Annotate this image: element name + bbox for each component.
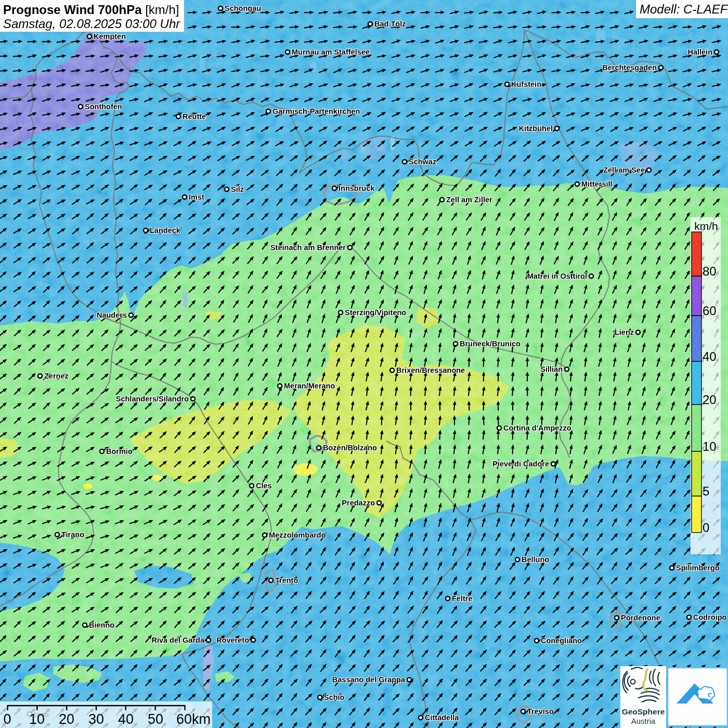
svg-text:Brixen/Bressanone: Brixen/Bressanone: [396, 366, 465, 374]
svg-text:Riva del Garda: Riva del Garda: [151, 636, 204, 644]
svg-text:Mezzolombardo: Mezzolombardo: [269, 531, 326, 539]
svg-text:Cittadella: Cittadella: [425, 713, 459, 722]
svg-text:5: 5: [703, 484, 709, 498]
svg-text:20: 20: [59, 711, 74, 727]
svg-text:Imst: Imst: [189, 193, 204, 201]
svg-text:Treviso: Treviso: [527, 707, 554, 716]
svg-text:Schio: Schio: [324, 693, 345, 701]
svg-text:Bruneck/Brunico: Bruneck/Brunico: [460, 340, 521, 348]
svg-text:Kitzbühel: Kitzbühel: [519, 124, 553, 133]
svg-text:Kufstein: Kufstein: [511, 80, 541, 88]
svg-text:Samstag, 02.08.2025 03:00 Uhr: Samstag, 02.08.2025 03:00 Uhr: [3, 17, 180, 31]
svg-text:Hallein: Hallein: [687, 48, 712, 56]
svg-text:Bormio: Bormio: [106, 447, 133, 456]
svg-text:Conegliano: Conegliano: [541, 636, 582, 645]
svg-text:0: 0: [3, 711, 11, 727]
svg-text:Silz: Silz: [231, 185, 244, 193]
svg-text:Trento: Trento: [275, 576, 298, 584]
svg-text:Nauders: Nauders: [97, 311, 127, 319]
svg-text:Landeck: Landeck: [150, 226, 181, 235]
svg-text:Sterzing/Vipiteno: Sterzing/Vipiteno: [345, 308, 406, 317]
svg-text:Garmisch-Partenkirchen: Garmisch-Partenkirchen: [272, 107, 360, 115]
svg-text:km/h: km/h: [694, 220, 718, 232]
svg-text:60km: 60km: [176, 711, 211, 727]
svg-text:Cortina d'Ampezzo: Cortina d'Ampezzo: [503, 424, 571, 432]
svg-text:Lienz: Lienz: [615, 328, 634, 336]
svg-text:Berchtesgaden: Berchtesgaden: [602, 63, 657, 72]
svg-text:Innsbruck: Innsbruck: [339, 184, 375, 192]
svg-text:Zell am Ziller: Zell am Ziller: [446, 196, 492, 204]
svg-text:Feltre: Feltre: [452, 594, 473, 603]
svg-text:Predazzo: Predazzo: [342, 499, 375, 507]
svg-text:40: 40: [703, 349, 717, 363]
svg-text:20: 20: [703, 393, 717, 407]
svg-text:Murnau am Staffelsee: Murnau am Staffelsee: [292, 48, 370, 56]
svg-text:Spilimbergo: Spilimbergo: [676, 564, 720, 572]
svg-text:80: 80: [703, 264, 717, 278]
svg-text:Reutte: Reutte: [183, 112, 206, 121]
svg-text:Cles: Cles: [256, 482, 272, 490]
svg-text:Bad Tölz: Bad Tölz: [374, 20, 406, 28]
svg-text:40: 40: [118, 711, 134, 727]
svg-text:Kempten: Kempten: [94, 32, 126, 41]
svg-text:Rovereto: Rovereto: [216, 636, 249, 644]
svg-text:10: 10: [703, 439, 717, 453]
svg-text:Mittersill: Mittersill: [581, 180, 613, 188]
svg-text:Sonthofen: Sonthofen: [85, 102, 122, 111]
svg-text:Schwaz: Schwaz: [409, 158, 436, 166]
svg-text:Matrei in Osttirol: Matrei in Osttirol: [527, 272, 587, 280]
svg-text:GeoSphere: GeoSphere: [622, 707, 665, 716]
svg-text:60: 60: [703, 304, 717, 318]
svg-text:Bozen/Bolzano: Bozen/Bolzano: [323, 444, 377, 452]
svg-text:Zell am See: Zell am See: [603, 166, 645, 174]
svg-text:Austria: Austria: [631, 717, 656, 725]
svg-text:Tirano: Tirano: [61, 530, 84, 539]
svg-text:Bienno: Bienno: [89, 621, 114, 629]
svg-text:Prognose Wind 700hPa [km/h]: Prognose Wind 700hPa [km/h]: [3, 3, 179, 17]
svg-text:Pieve di Cadore: Pieve di Cadore: [492, 460, 549, 468]
svg-text:Sillian: Sillian: [540, 365, 563, 373]
svg-text:0: 0: [703, 521, 709, 535]
svg-text:10: 10: [29, 711, 45, 727]
svg-text:Steinach am Brenner: Steinach am Brenner: [270, 243, 346, 252]
svg-text:30: 30: [88, 711, 104, 727]
svg-text:Codroipo: Codroipo: [693, 613, 727, 621]
svg-text:Schongau: Schongau: [225, 4, 261, 12]
svg-text:Belluno: Belluno: [522, 555, 549, 564]
svg-text:Modell: C-LAEF: Modell: C-LAEF: [640, 2, 728, 16]
svg-text:Schlanders/Silandro: Schlanders/Silandro: [116, 395, 189, 403]
svg-text:Zernez: Zernez: [44, 372, 69, 380]
svg-text:Bassano del Grappa: Bassano del Grappa: [332, 675, 406, 684]
svg-text:50: 50: [148, 711, 163, 727]
svg-text:Pordenone: Pordenone: [621, 614, 660, 622]
svg-text:Meran/Merano: Meran/Merano: [284, 382, 335, 390]
